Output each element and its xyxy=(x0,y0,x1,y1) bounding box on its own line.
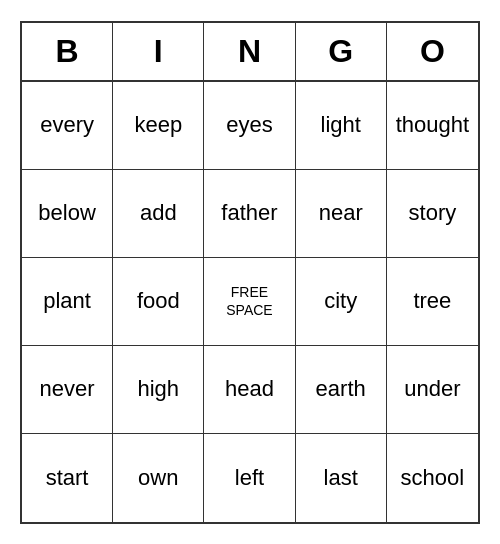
bingo-header: BINGO xyxy=(22,23,478,82)
header-letter-O: O xyxy=(387,23,478,80)
cell-2-1: food xyxy=(113,258,204,346)
cell-2-0: plant xyxy=(22,258,113,346)
header-letter-G: G xyxy=(296,23,387,80)
header-letter-I: I xyxy=(113,23,204,80)
cell-4-3: last xyxy=(296,434,387,522)
cell-4-0: start xyxy=(22,434,113,522)
header-letter-B: B xyxy=(22,23,113,80)
cell-0-1: keep xyxy=(113,82,204,170)
cell-2-4: tree xyxy=(387,258,478,346)
cell-4-4: school xyxy=(387,434,478,522)
cell-0-4: thought xyxy=(387,82,478,170)
cell-4-1: own xyxy=(113,434,204,522)
cell-0-0: every xyxy=(22,82,113,170)
cell-3-0: never xyxy=(22,346,113,434)
header-letter-N: N xyxy=(204,23,295,80)
bingo-card: BINGO everykeepeyeslightthoughtbelowaddf… xyxy=(20,21,480,524)
cell-1-2: father xyxy=(204,170,295,258)
cell-2-2: FREE SPACE xyxy=(204,258,295,346)
cell-4-2: left xyxy=(204,434,295,522)
cell-3-1: high xyxy=(113,346,204,434)
cell-1-0: below xyxy=(22,170,113,258)
bingo-grid: everykeepeyeslightthoughtbelowaddfathern… xyxy=(22,82,478,522)
cell-1-4: story xyxy=(387,170,478,258)
cell-1-3: near xyxy=(296,170,387,258)
cell-0-2: eyes xyxy=(204,82,295,170)
cell-0-3: light xyxy=(296,82,387,170)
cell-3-3: earth xyxy=(296,346,387,434)
cell-3-2: head xyxy=(204,346,295,434)
cell-1-1: add xyxy=(113,170,204,258)
cell-2-3: city xyxy=(296,258,387,346)
cell-3-4: under xyxy=(387,346,478,434)
